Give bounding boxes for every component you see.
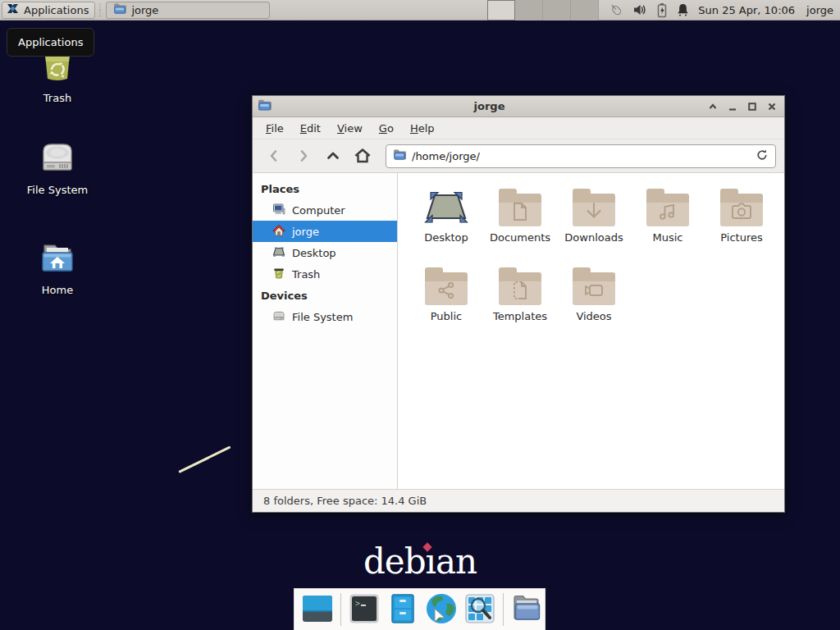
- sidebar-item-label: Trash: [292, 268, 320, 281]
- workspace-4[interactable]: [571, 0, 599, 21]
- file-label: Templates: [493, 311, 547, 322]
- up-button[interactable]: [320, 144, 346, 168]
- shade-button[interactable]: [707, 101, 719, 112]
- maximize-button[interactable]: [746, 101, 758, 112]
- file-folder-downloads[interactable]: Downloads: [557, 185, 631, 264]
- xfce-applications-icon: [6, 2, 20, 18]
- dock-application-finder-button[interactable]: [464, 594, 495, 625]
- wallpaper-line-artifact: [178, 445, 231, 472]
- file-label: Videos: [576, 311, 611, 322]
- menu-file[interactable]: File: [259, 119, 290, 138]
- drive-small-icon: [272, 309, 285, 325]
- top-panel: Applications ⋮⋮ jorge: [0, 0, 840, 21]
- file-folder-templates[interactable]: Templates: [483, 264, 557, 343]
- debian-wallpaper-logo: debıan: [0, 541, 840, 582]
- system-tray: [609, 2, 690, 18]
- desktop-icon: [272, 245, 285, 261]
- hard-drive-icon: [38, 138, 77, 180]
- file-label: Documents: [490, 232, 550, 244]
- dock-show-desktop-button[interactable]: [302, 594, 333, 625]
- applications-menu-button[interactable]: Applications: [2, 2, 95, 19]
- file-manager-window: jorge File Edit View Go Help: [252, 95, 785, 513]
- sidebar-item-jorge[interactable]: jorge: [253, 221, 397, 242]
- sidebar-item-trash[interactable]: Trash: [253, 263, 397, 285]
- menu-help[interactable]: Help: [404, 119, 441, 138]
- workspace-3[interactable]: [543, 0, 571, 21]
- sidebar: Places Computer: [253, 173, 398, 489]
- pictures-folder-icon: [720, 194, 763, 226]
- location-bar[interactable]: /home/jorge/: [386, 144, 776, 168]
- minimize-button[interactable]: [727, 101, 738, 112]
- file-folder-documents[interactable]: Documents: [483, 185, 557, 264]
- menu-edit[interactable]: Edit: [294, 119, 327, 138]
- statusbar-text: 8 folders, Free space: 14.4 GiB: [263, 495, 427, 507]
- applications-menu-label: Applications: [24, 4, 89, 16]
- pathbar-folder-icon: [393, 148, 406, 163]
- sidebar-devices-header: Devices: [253, 285, 397, 306]
- home-folder-icon: [38, 238, 77, 280]
- window-controls: [707, 101, 778, 112]
- workspace-1[interactable]: [487, 0, 515, 21]
- toolbar: /home/jorge/: [253, 139, 784, 173]
- dock-directory-menu-button[interactable]: [511, 594, 542, 625]
- menu-go[interactable]: Go: [372, 119, 400, 138]
- reload-icon[interactable]: [756, 148, 769, 164]
- file-folder-public[interactable]: Public: [409, 264, 483, 343]
- videos-folder-icon: [573, 272, 615, 305]
- svg-text:>: >: [355, 599, 360, 608]
- close-button[interactable]: [766, 101, 778, 112]
- computer-icon: [272, 203, 285, 218]
- file-folder-videos[interactable]: Videos: [557, 264, 631, 343]
- file-label: Downloads: [564, 232, 623, 244]
- volume-tray-icon[interactable]: [632, 2, 648, 17]
- dock-terminal-button[interactable]: >: [349, 594, 380, 625]
- file-label: Music: [653, 232, 683, 244]
- desktop-icon-home[interactable]: Home: [20, 238, 95, 296]
- taskbar-window-button[interactable]: jorge: [106, 2, 270, 19]
- forward-button[interactable]: [290, 144, 317, 168]
- menu-view[interactable]: View: [331, 119, 369, 138]
- panel-clock[interactable]: Sun 25 Apr, 10:06: [698, 4, 795, 16]
- file-folder-music[interactable]: Music: [631, 185, 705, 264]
- home-button[interactable]: [349, 144, 376, 168]
- window-folder-icon: [258, 98, 272, 114]
- file-folder-pictures[interactable]: Pictures: [705, 185, 778, 264]
- battery-charging-tray-icon[interactable]: [655, 2, 669, 18]
- sidebar-places-header: Places: [253, 178, 397, 199]
- workspace-switcher: [487, 0, 599, 21]
- back-button[interactable]: [261, 144, 287, 168]
- window-titlebar[interactable]: jorge: [253, 96, 784, 117]
- sidebar-item-desktop[interactable]: Desktop: [253, 242, 397, 263]
- file-list: Desktop Documents Downloads: [398, 173, 784, 489]
- panel-handle[interactable]: ⋮⋮: [95, 3, 103, 16]
- taskbar-window-label: jorge: [131, 4, 158, 16]
- notifications-bell-tray-icon[interactable]: [676, 2, 690, 17]
- file-label: Pictures: [720, 232, 762, 244]
- menubar: File Edit View Go Help: [253, 117, 784, 139]
- desktop-surface-icon: [423, 185, 469, 226]
- sidebar-item-label: Desktop: [292, 247, 336, 259]
- file-label: Public: [431, 311, 462, 322]
- workspace-2[interactable]: [515, 0, 543, 21]
- dock-file-manager-button[interactable]: [387, 594, 418, 625]
- templates-folder-icon: [499, 272, 541, 305]
- folder-window-icon: [113, 2, 126, 17]
- window-body: Places Computer: [253, 173, 784, 489]
- sidebar-item-label: File System: [292, 311, 353, 323]
- panel-user-menu[interactable]: jorge: [806, 4, 833, 16]
- home-icon: [272, 224, 285, 240]
- dock-web-browser-button[interactable]: [426, 594, 457, 625]
- terminal-icon: >: [349, 593, 380, 627]
- sidebar-item-file-system[interactable]: File System: [253, 306, 397, 327]
- directory-folder-icon: [510, 593, 543, 627]
- desktop-icon-file-system[interactable]: File System: [20, 138, 95, 196]
- dock-separator: [340, 593, 341, 626]
- path-input: /home/jorge/: [412, 150, 750, 162]
- desktop-icon-label: Home: [42, 285, 73, 296]
- mouse-input-tray-icon[interactable]: [609, 2, 625, 18]
- file-label: Desktop: [424, 232, 468, 244]
- file-folder-desktop[interactable]: Desktop: [409, 185, 483, 264]
- sidebar-item-computer[interactable]: Computer: [253, 199, 397, 221]
- window-title: jorge: [272, 100, 707, 112]
- app-finder-icon: [464, 593, 495, 627]
